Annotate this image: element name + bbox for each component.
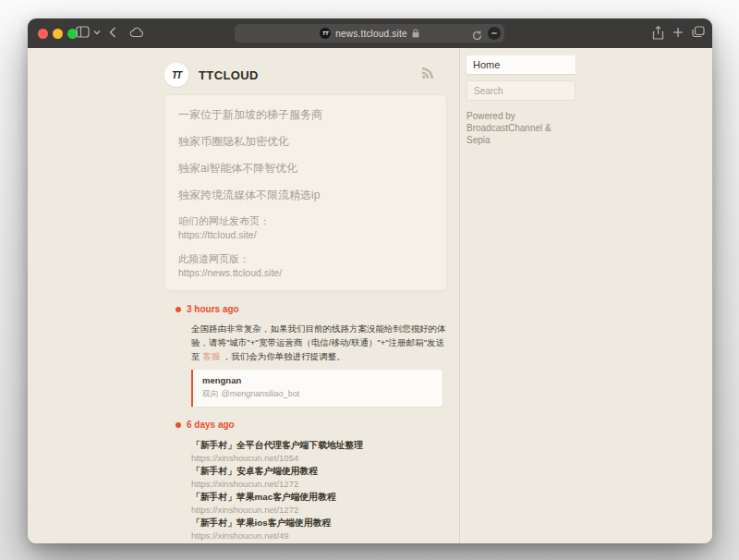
post-time-label: 3 hours ago xyxy=(187,304,239,314)
browser-window: TT news.ttcloud.site xyxy=(28,18,712,543)
tab-overview-icon[interactable] xyxy=(692,26,705,38)
quote-author: mengnan xyxy=(202,375,433,385)
main-column: TT TTCLOUD 一家位于新加坡的梯子服务商 独家币圈隐私加密优化 独家ai… xyxy=(164,48,447,542)
timeline-bullet-icon xyxy=(176,422,181,428)
quote-text: 双向 @mengnansiliao_bot xyxy=(202,388,433,400)
reload-icon[interactable] xyxy=(472,28,482,44)
about-line: 一家位于新加坡的梯子服务商 xyxy=(178,107,433,122)
guide-link[interactable]: https://xinshoucun.net/1272 xyxy=(191,504,447,516)
post: 3 hours ago 全国路由非常复杂，如果我们目前的线路方案没能给到您很好的… xyxy=(164,304,447,407)
channel-description-card: 一家位于新加坡的梯子服务商 独家币圈隐私加密优化 独家ai智能体不降智优化 独家… xyxy=(164,94,447,291)
search-input[interactable] xyxy=(466,80,575,101)
guide-link[interactable]: https://xinshoucun.net/1054 xyxy=(191,452,447,464)
post-timestamp[interactable]: 3 hours ago xyxy=(176,304,447,314)
about-line: 独家跨境流媒体不限流精选ip xyxy=(178,188,433,202)
powered-by-label: Powered by xyxy=(466,110,577,122)
lock-icon xyxy=(412,29,419,38)
powered-by: Powered by BroadcastChannel & Sepia xyxy=(466,110,577,146)
post-time-label: 6 days ago xyxy=(187,420,235,430)
rss-icon[interactable] xyxy=(421,67,434,83)
timeline-bullet-icon xyxy=(176,307,181,312)
share-icon[interactable] xyxy=(652,26,664,40)
column-divider xyxy=(459,48,460,543)
sidebar-item-home[interactable]: Home xyxy=(466,55,575,74)
post: 6 days ago 「新手村」全平台代理客户端下载地址整理 https://x… xyxy=(164,420,447,542)
sidebar-toggle-icon[interactable] xyxy=(76,26,90,38)
channel-header: TT TTCLOUD xyxy=(164,61,447,89)
about-line: 独家ai智能体不降智优化 xyxy=(178,161,433,176)
minimize-window-button[interactable] xyxy=(53,29,63,39)
guide-title: 「新手村」全平台代理客户端下载地址整理 xyxy=(191,439,447,452)
channel-url-label: 此频道网页版： xyxy=(178,252,433,266)
post-text-segment: ，我们会为你单独进行提调整。 xyxy=(220,351,345,361)
page-menu-icon[interactable] xyxy=(488,27,501,40)
site-url-link[interactable]: https://ttcloud.site/ xyxy=(178,228,433,241)
sidebar: Home Powered by BroadcastChannel & Sepia xyxy=(466,48,577,146)
address-bar[interactable]: TT news.ttcloud.site xyxy=(235,24,504,43)
about-line: 独家币圈隐私加密优化 xyxy=(178,134,433,149)
channel-url-link[interactable]: https://news.ttcloud.site/ xyxy=(178,266,433,279)
close-window-button[interactable] xyxy=(38,29,48,39)
chevron-down-icon[interactable] xyxy=(93,30,101,35)
quoted-message[interactable]: mengnan 双向 @mengnansiliao_bot xyxy=(191,370,442,407)
site-url-label: 咱们的网址发布页： xyxy=(178,214,433,228)
channel-avatar: TT xyxy=(164,63,188,87)
guide-link[interactable]: https://xinshoucun.net/1272 xyxy=(191,478,447,490)
site-favicon: TT xyxy=(320,28,331,39)
browser-titlebar: TT news.ttcloud.site xyxy=(28,18,712,48)
guide-title: 「新手村」苹果ios客户端使用教程 xyxy=(191,517,447,530)
post-text: 全国路由非常复杂，如果我们目前的线路方案没能给到您很好的体验，请将"城市"+"宽… xyxy=(191,322,447,363)
guide-list: 「新手村」全平台代理客户端下载地址整理 https://xinshoucun.n… xyxy=(164,439,447,542)
back-button-icon[interactable] xyxy=(109,27,116,38)
guide-title: 「新手村」苹果mac客户端使用教程 xyxy=(191,491,447,504)
url-text: news.ttcloud.site xyxy=(335,29,406,39)
channel-title: TTCLOUD xyxy=(199,68,259,82)
new-tab-icon[interactable] xyxy=(672,27,684,38)
guide-title: 「新手村」安卓客户端使用教程 xyxy=(191,465,447,478)
guide-link[interactable]: https://xinshoucun.net/49 xyxy=(191,530,447,542)
customer-service-link[interactable]: 客服 xyxy=(202,351,220,361)
powered-by-name: BroadcastChannel & Sepia xyxy=(466,122,577,146)
page-content: TT TTCLOUD 一家位于新加坡的梯子服务商 独家币圈隐私加密优化 独家ai… xyxy=(28,48,712,543)
post-timestamp[interactable]: 6 days ago xyxy=(176,420,447,430)
icloud-tabs-icon[interactable] xyxy=(129,27,144,38)
